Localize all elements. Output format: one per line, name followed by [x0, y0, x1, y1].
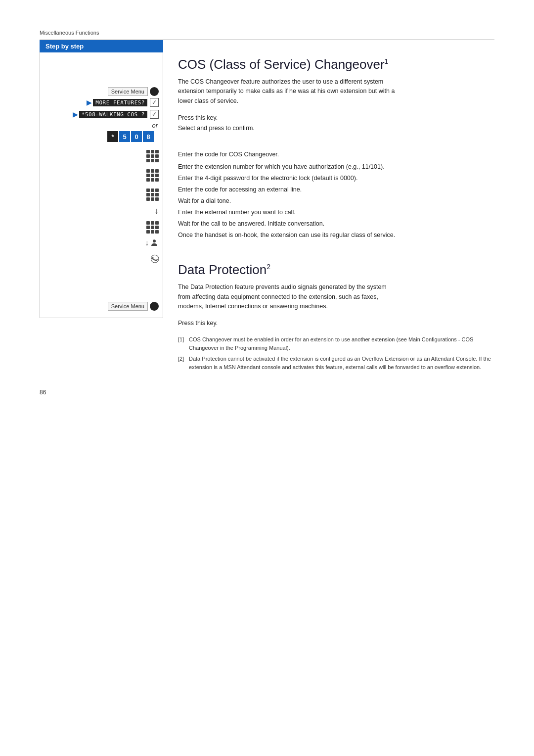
- service-menu-row-1: Service Menu: [40, 87, 163, 96]
- keypad-icon-4: [146, 221, 159, 234]
- hook-text: Once the handset is on-hook, the extensi…: [178, 231, 494, 238]
- keypad1-text: Enter the extension number for which you…: [178, 163, 494, 170]
- press-key-text-2: Press this key.: [178, 319, 494, 327]
- wait-arrow-icon: ↓: [154, 206, 159, 216]
- code-keys-row: * 5 0 8: [40, 131, 163, 142]
- hook-row: ✆: [40, 252, 163, 265]
- select-confirm-text: Select and press to confirm.: [178, 124, 494, 132]
- footnotes-section: [1] COS Changeover must be enabled in or…: [178, 335, 494, 371]
- keypad4-text: Enter the external number you want to ca…: [178, 208, 494, 216]
- keypad-row-3: [40, 189, 163, 201]
- wait-text: Wait for a dial tone.: [178, 197, 494, 204]
- more-features-row: ▶ MORE FEATURES? ✓: [40, 98, 163, 108]
- menu-label-2: *508=WALKING COS ?: [79, 111, 147, 118]
- hook-icon: ✆: [146, 251, 162, 266]
- answer-text: Wait for the call to be answered. Initia…: [178, 220, 494, 227]
- service-menu-row-2: Service Menu: [40, 302, 163, 311]
- key-0: 0: [131, 131, 142, 142]
- footnote-num-1: [1]: [178, 335, 189, 352]
- keypad3-text: Enter the code for accessing an external…: [178, 186, 494, 193]
- footnote-text-2: Data Protection cannot be activated if t…: [189, 355, 494, 371]
- check-box-1: ✓: [150, 98, 159, 107]
- cos-section-title: COS (Class of Service) Changeover1: [178, 57, 494, 72]
- wait-row: ↓: [40, 206, 163, 216]
- keypad-row-4: [40, 221, 163, 234]
- keypad-row-2: [40, 169, 163, 182]
- step-box: Service Menu ▶ MORE FEATURES? ✓: [40, 52, 163, 318]
- keypad-icon-1: [146, 150, 159, 162]
- keypad-row-1: [40, 150, 163, 162]
- circle-icon-2: [150, 302, 159, 311]
- press-key-text-1: Press this key.: [178, 114, 494, 121]
- footnote-1: [1] COS Changeover must be enabled in or…: [178, 335, 494, 352]
- svg-point-0: [153, 239, 156, 242]
- keypad-icon-3: [146, 189, 159, 201]
- circle-icon-1: [150, 87, 159, 96]
- arrow-icon-1: ▶: [87, 99, 91, 106]
- key-8: 8: [143, 131, 154, 142]
- cos-description: The COS Changeover feature authorizes th…: [178, 77, 396, 106]
- answer-icon: ↓: [145, 238, 159, 247]
- check-box-2: ✓: [150, 110, 159, 119]
- footnote-text-1: COS Changeover must be enabled in order …: [189, 335, 494, 352]
- data-protection-description: The Data Protection feature prevents aud…: [178, 283, 396, 311]
- page-number: 86: [40, 389, 494, 396]
- or-label: or: [40, 122, 163, 129]
- service-menu-button-2[interactable]: Service Menu: [108, 302, 148, 311]
- person-icon: [150, 238, 159, 247]
- key-star: *: [107, 131, 118, 142]
- keypad2-text: Enter the 4-digit password for the elect…: [178, 174, 494, 182]
- right-column: COS (Class of Service) Changeover1 The C…: [168, 40, 494, 374]
- footnote-2: [2] Data Protection cannot be activated …: [178, 355, 494, 371]
- code-label-text: Enter the code for COS Changeover.: [178, 150, 494, 158]
- menu-label-1: MORE FEATURES?: [93, 99, 147, 106]
- breadcrumb: Miscellaneous Functions: [40, 30, 494, 36]
- arrow-icon-2: ▶: [73, 111, 78, 118]
- step-by-step-header: Step by step: [40, 40, 163, 52]
- left-column: Step by step Service Menu ▶ MORE FEATURE…: [40, 40, 168, 374]
- keypad-icon-2: [146, 169, 159, 182]
- key-5: 5: [119, 131, 130, 142]
- data-protection-title: Data Protection2: [178, 262, 494, 278]
- service-menu-button-1[interactable]: Service Menu: [108, 87, 148, 96]
- footnote-num-2: [2]: [178, 355, 189, 371]
- walking-cos-row: ▶ *508=WALKING COS ? ✓: [40, 110, 163, 120]
- answer-row: ↓: [40, 238, 163, 247]
